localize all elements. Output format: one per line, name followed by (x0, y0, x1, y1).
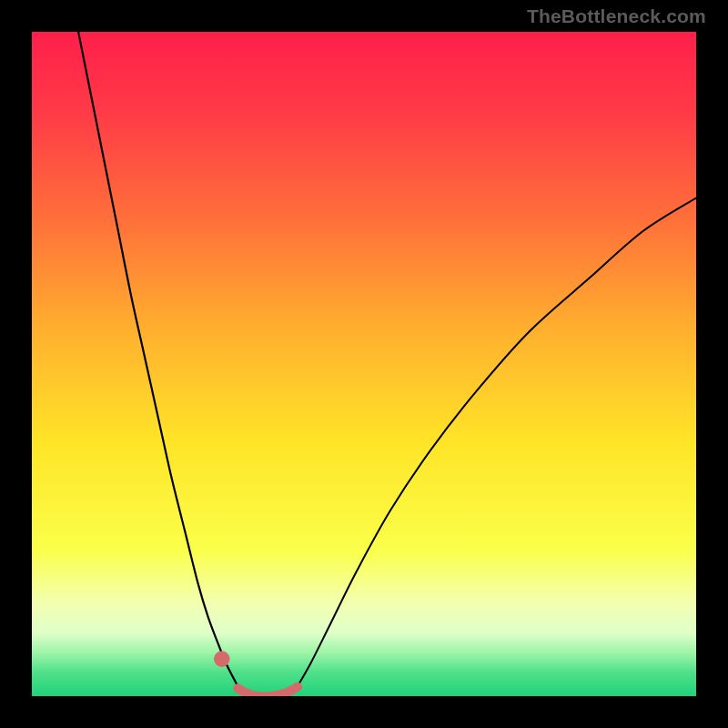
plot-area (32, 32, 696, 696)
watermark-text: TheBottleneck.com (527, 5, 706, 27)
gradient-background (32, 32, 696, 696)
marker-group (214, 651, 230, 667)
bottleneck-chart (32, 32, 696, 696)
outer-black-frame: TheBottleneck.com (0, 0, 728, 728)
left-marker-dot (214, 651, 230, 667)
